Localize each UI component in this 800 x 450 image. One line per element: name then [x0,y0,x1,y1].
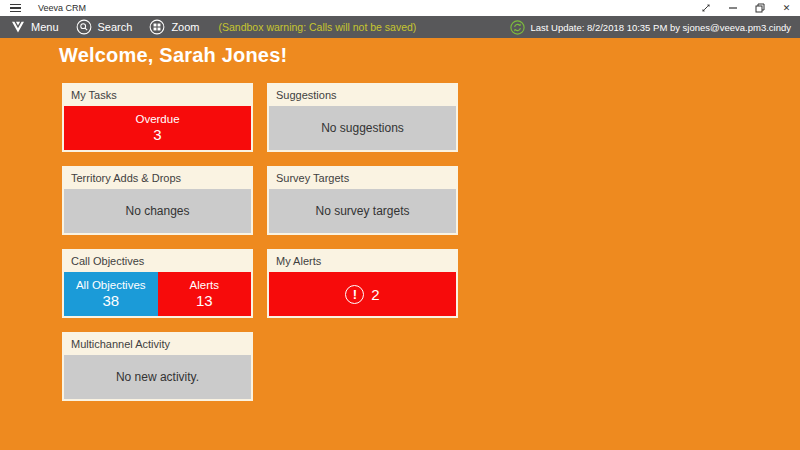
minimize-button[interactable] [719,0,746,16]
sandbox-warning-text: (Sandbox warning: Calls will not be save… [219,21,417,33]
card-title: Suggestions [267,83,458,105]
card-territory-adds-drops: Territory Adds & Drops No changes [62,166,253,235]
card-suggestions: Suggestions No suggestions [267,83,458,152]
last-update-text: Last Update: 8/2/2018 10:35 PM by sjones… [531,22,792,33]
app-toolbar: Menu Search [0,16,800,38]
hamburger-menu-icon[interactable] [10,4,21,13]
restore-button[interactable] [746,0,773,16]
toolbar-left-group: Menu Search [11,19,416,35]
survey-targets-tile[interactable]: No survey targets [269,189,456,233]
window-title: Veeva CRM [38,3,86,13]
card-my-alerts: My Alerts ! 2 [267,249,458,318]
fullscreen-toggle-icon[interactable] [692,0,719,16]
objectives-alerts-tile[interactable]: Alerts 13 [158,272,252,316]
objectives-alerts-count: 13 [196,292,213,309]
card-title: Territory Adds & Drops [62,166,253,188]
suggestions-empty-text: No suggestions [321,121,404,135]
search-button[interactable]: Search [76,19,133,35]
card-multichannel-activity: Multichannel Activity No new activity. [62,332,253,401]
veeva-logo-icon [11,21,25,33]
card-title: My Tasks [62,83,253,105]
my-tasks-overdue-tile[interactable]: Overdue 3 [64,106,251,150]
survey-targets-empty-text: No survey targets [315,204,409,218]
all-objectives-count: 38 [102,292,119,309]
card-survey-targets: Survey Targets No survey targets [267,166,458,235]
zoom-label: Zoom [171,21,199,33]
suggestions-tile[interactable]: No suggestions [269,106,456,150]
card-call-objectives: Call Objectives All Objectives 38 Alerts… [62,249,253,318]
territory-adds-drops-tile[interactable]: No changes [64,189,251,233]
all-objectives-tile[interactable]: All Objectives 38 [64,272,158,316]
territory-empty-text: No changes [125,204,189,218]
my-alerts-tile[interactable]: ! 2 [269,272,456,316]
dashboard-grid: My Tasks Overdue 3 Suggestions No sugges… [62,83,458,401]
call-objectives-tiles: All Objectives 38 Alerts 13 [64,272,251,316]
close-button[interactable]: ✕ [773,0,800,16]
multichannel-empty-text: No new activity. [116,370,199,384]
card-title: Multichannel Activity [62,332,253,354]
multichannel-activity-tile[interactable]: No new activity. [64,355,251,399]
my-alerts-count: 2 [371,286,379,303]
toolbar-right-group: Last Update: 8/2/2018 10:35 PM by sjones… [510,20,792,35]
search-label: Search [98,21,133,33]
card-title: Call Objectives [62,249,253,271]
objectives-alerts-label: Alerts [190,279,219,291]
card-title: Survey Targets [267,166,458,188]
overdue-count: 3 [153,126,161,143]
overdue-label: Overdue [135,113,179,125]
welcome-heading: Welcome, Sarah Jones! [59,44,287,67]
card-title: My Alerts [267,249,458,271]
all-objectives-label: All Objectives [76,279,146,291]
menu-label: Menu [31,21,59,33]
zoom-button[interactable]: Zoom [149,19,199,35]
search-icon [76,19,92,35]
sync-refresh-icon[interactable] [510,20,525,35]
alert-exclamation-icon: ! [345,285,364,304]
zoom-grid-icon [149,19,165,35]
menu-button[interactable]: Menu [11,21,59,33]
window-titlebar: Veeva CRM ✕ [0,0,800,16]
app-root: Veeva CRM ✕ [0,0,800,450]
card-my-tasks: My Tasks Overdue 3 [62,83,253,152]
window-controls: ✕ [692,0,800,16]
close-icon: ✕ [783,4,791,13]
